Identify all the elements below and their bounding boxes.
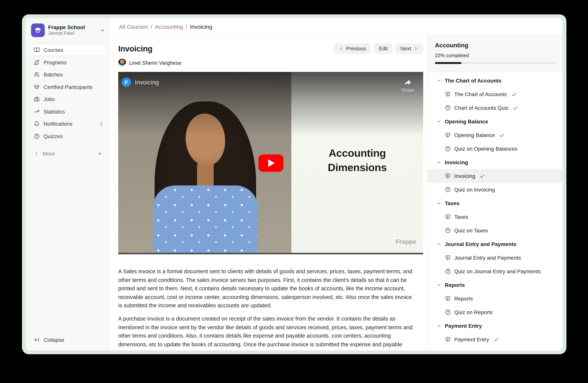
frappe-school-logo	[31, 23, 45, 37]
outline-section: The Chart of Accounts The Chart of Accou…	[427, 74, 563, 115]
author-row: Linet Sherin Varghese	[118, 59, 423, 67]
slide-title: Accounting Dimensions	[291, 146, 423, 175]
topbar: All Courses / Accounting / Invoicing	[111, 18, 563, 36]
frappe-watermark: Frappe	[396, 238, 416, 245]
app-window-frame: Frappe School Jannat Patel Courses Progr…	[22, 14, 567, 354]
outline-section-header[interactable]: Payment Entry	[427, 319, 563, 333]
video-lesson-icon	[445, 91, 451, 97]
outline-section-header[interactable]: Opening Balance	[427, 115, 563, 128]
outline-quiz[interactable]: Quiz on Reports	[427, 306, 563, 319]
sidebar-collapse-button[interactable]: Collapse	[30, 335, 106, 345]
share-icon	[403, 78, 412, 87]
more-label: More	[43, 151, 93, 156]
sidebar-item-label: Statistics	[43, 108, 103, 115]
outline-quiz[interactable]: Quiz on Invoicing	[427, 183, 563, 196]
sidebar-item-programs[interactable]: Programs	[30, 57, 106, 68]
sidebar-item-quizzes[interactable]: Quizzes	[30, 130, 106, 142]
quiz-icon	[445, 146, 451, 152]
completed-check-icon	[480, 173, 485, 179]
outline-section: Invoicing Invoicing Quiz on Invoicing	[427, 155, 563, 196]
briefcase-icon	[34, 96, 40, 102]
breadcrumb-separator: /	[186, 23, 187, 30]
outline-quiz[interactable]: Quiz on Opening Balances	[427, 142, 563, 155]
help-circle-icon	[34, 133, 40, 139]
breadcrumb-separator: /	[151, 23, 152, 30]
outline-section-header[interactable]: Reports	[427, 278, 563, 292]
completed-check-icon	[493, 337, 499, 342]
collapse-sidebar-icon	[34, 337, 40, 343]
next-button[interactable]: Next	[396, 43, 423, 54]
quiz-icon	[445, 228, 451, 233]
sidebar-menu: Courses Programs Batches Certified Parti…	[30, 44, 106, 142]
outline-lesson[interactable]: Reports	[427, 292, 563, 306]
trending-up-icon	[34, 108, 40, 115]
completed-check-icon	[499, 132, 505, 138]
sidebar-item-courses[interactable]: Courses	[30, 44, 106, 56]
page-title: Invoicing	[118, 44, 152, 53]
chevron-down-icon	[437, 119, 441, 124]
chevron-down-icon	[437, 160, 441, 165]
video-lesson-icon	[445, 296, 451, 302]
completed-check-icon	[511, 91, 517, 97]
graduation-cap-icon	[34, 26, 42, 35]
outline-section: Opening Balance Opening Balance Quiz on	[427, 115, 563, 155]
outline-lesson[interactable]: Taxes	[427, 210, 563, 224]
progress-bar	[435, 62, 555, 64]
breadcrumb: All Courses / Accounting / Invoicing	[119, 23, 212, 30]
chevron-left-icon	[339, 46, 344, 51]
edit-button[interactable]: Edit	[374, 43, 393, 54]
youtube-play-button[interactable]	[258, 154, 283, 172]
outline-quiz[interactable]: Quiz on Journal Entry and Payments	[427, 265, 563, 278]
sidebar-more-toggle[interactable]: More	[30, 148, 106, 159]
sidebar-item-label: Notifications	[43, 121, 96, 127]
video-channel-logo[interactable]: F	[122, 77, 131, 87]
outline-quiz[interactable]: Quiz on Taxes	[427, 224, 563, 237]
chevron-down-icon	[437, 78, 441, 83]
outline-section-header[interactable]: Invoicing	[427, 155, 563, 169]
outline-quiz[interactable]: Chart of Accounts Quiz	[427, 101, 563, 115]
outline-section-header[interactable]: The Chart of Accounts	[427, 74, 563, 87]
outline-lesson[interactable]: Journal Entry and Payments	[427, 251, 563, 265]
plus-icon[interactable]	[97, 151, 103, 156]
author-name: Linet Sherin Varghese	[129, 60, 181, 66]
course-progress-header: Accounting 22% completed	[427, 36, 563, 72]
outline-section-header[interactable]: Taxes	[427, 196, 563, 210]
outline-section: Journal Entry and Payments Journal Entry…	[427, 237, 563, 278]
video-lesson-icon	[445, 336, 451, 343]
sidebar-item-notifications[interactable]: Notifications 1	[30, 118, 106, 129]
sidebar-item-label: Quizzes	[43, 133, 103, 139]
bell-icon	[34, 121, 40, 127]
course-title: Accounting	[435, 42, 555, 49]
play-icon	[268, 159, 274, 167]
sidebar-item-statistics[interactable]: Statistics	[30, 106, 106, 117]
sidebar-item-batches[interactable]: Batches	[30, 69, 106, 80]
lesson-article: A Sales invoice is a formal document sen…	[118, 267, 416, 349]
chevron-down-icon	[437, 242, 441, 246]
sidebar-item-jobs[interactable]: Jobs	[30, 94, 106, 105]
collapse-label: Collapse	[43, 337, 64, 343]
chevron-down-icon	[437, 324, 441, 328]
chevron-down-icon	[437, 283, 441, 287]
outline-lesson[interactable]: Payment Entry	[427, 333, 563, 346]
graduation-cap-icon	[34, 84, 40, 90]
sidebar-item-label: Batches	[43, 72, 103, 77]
video-share-button[interactable]: Share	[401, 78, 414, 93]
sidebar-item-label: Programs	[43, 59, 103, 65]
sidebar-item-label: Jobs	[43, 96, 103, 102]
sidebar: Frappe School Jannat Patel Courses Progr…	[26, 18, 111, 350]
video-player[interactable]: Accounting Dimensions Frappe F Invoicing	[118, 72, 423, 254]
sidebar-item-label: Certified Participants	[43, 84, 103, 90]
quiz-icon	[445, 309, 451, 315]
sidebar-item-certified-participants[interactable]: Certified Participants	[30, 81, 106, 93]
previous-button[interactable]: Previous	[334, 43, 371, 54]
outline-lesson[interactable]: The Chart of Accounts	[427, 87, 563, 101]
video-title[interactable]: Invoicing	[135, 79, 159, 86]
book-open-icon	[34, 47, 40, 53]
outline-section-header[interactable]: Journal Entry and Payments	[427, 237, 563, 251]
outline-lesson[interactable]: Opening Balance	[427, 128, 563, 142]
school-switcher[interactable]: Frappe School Jannat Patel	[30, 23, 106, 38]
app-window: Frappe School Jannat Patel Courses Progr…	[26, 18, 563, 350]
breadcrumb-course[interactable]: Accounting	[155, 23, 183, 30]
breadcrumb-all-courses[interactable]: All Courses	[119, 23, 148, 30]
outline-lesson-active[interactable]: Invoicing	[427, 169, 563, 183]
